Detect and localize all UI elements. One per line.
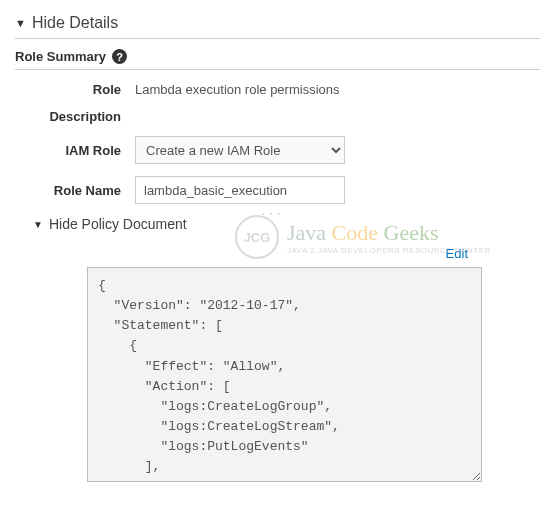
role-name-input[interactable]	[135, 176, 345, 204]
hide-details-label: Hide Details	[32, 14, 118, 32]
edit-policy-link[interactable]: Edit	[446, 246, 468, 261]
role-summary-label: Role Summary	[15, 49, 106, 64]
policy-toggle-label: Hide Policy Document	[49, 216, 187, 232]
policy-document-textarea[interactable]: { "Version": "2012-10-17", "Statement": …	[87, 267, 482, 482]
role-label: Role	[15, 82, 135, 97]
role-name-label: Role Name	[15, 183, 135, 198]
iam-role-label: IAM Role	[15, 143, 135, 158]
description-label: Description	[15, 109, 135, 124]
policy-document-toggle[interactable]: ▼ Hide Policy Document	[33, 216, 540, 232]
iam-role-select[interactable]: Create a new IAM Role	[135, 136, 345, 164]
caret-down-icon: ▼	[33, 219, 43, 230]
role-summary-heading: Role Summary ?	[15, 49, 540, 70]
role-value: Lambda execution role permissions	[135, 82, 340, 97]
help-icon[interactable]: ?	[112, 49, 127, 64]
hide-details-toggle[interactable]: ▼ Hide Details	[15, 10, 540, 39]
caret-down-icon: ▼	[15, 17, 26, 29]
